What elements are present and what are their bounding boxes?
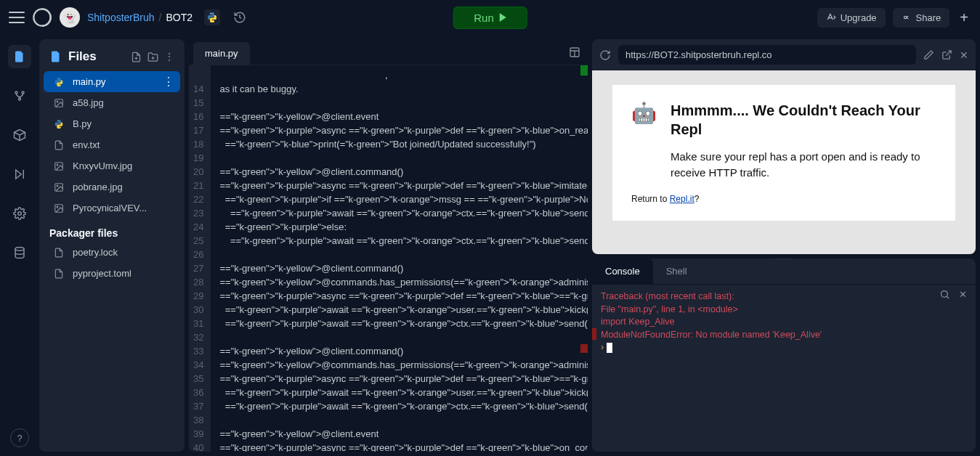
user-avatar[interactable]: 👻	[60, 7, 80, 28]
svg-point-1	[210, 13, 211, 14]
console-panel: Console Shell ✕ Traceback (most recent c…	[592, 258, 976, 452]
console-body[interactable]: ✕ Traceback (most recent call last): Fil…	[592, 285, 976, 452]
files-title: Files	[68, 49, 125, 64]
resize-nub[interactable]	[775, 258, 793, 259]
minimap[interactable]	[580, 65, 588, 452]
files-header-icon	[49, 50, 62, 63]
history-icon[interactable]	[233, 11, 246, 24]
file-more-icon[interactable]: ⋮	[163, 75, 174, 89]
svg-point-12	[57, 101, 58, 102]
file-item[interactable]: pobrane.jpg	[44, 176, 180, 198]
console-line: File "main.py", line 1, in <module>	[601, 304, 967, 317]
file-name: a58.jpg	[73, 97, 104, 108]
console-line: ModuleNotFoundError: No module named 'Ke…	[601, 329, 967, 342]
layout-icon[interactable]	[562, 42, 588, 62]
clear-console-icon[interactable]: ✕	[959, 289, 967, 302]
tab-shell[interactable]: Shell	[653, 258, 700, 284]
file-icon	[54, 161, 65, 171]
file-name: pobrane.jpg	[73, 182, 123, 192]
file-icon	[54, 119, 65, 129]
file-icon	[54, 98, 65, 108]
file-item[interactable]: env.txt	[44, 134, 180, 155]
replit-logo-icon[interactable]	[32, 7, 52, 28]
settings-icon[interactable]	[8, 202, 31, 225]
share-label: Share	[916, 12, 941, 23]
database-icon[interactable]	[8, 241, 31, 264]
file-name: main.py	[73, 76, 106, 87]
new-folder-icon[interactable]	[147, 52, 158, 62]
svg-point-4	[15, 91, 17, 94]
file-item[interactable]: pyproject.toml	[44, 263, 180, 284]
cursor	[607, 343, 612, 353]
file-name: B.py	[73, 118, 92, 129]
line-gutter: 1415161718192021222324252627282930313233…	[189, 65, 211, 452]
edit-url-icon[interactable]	[923, 49, 934, 60]
open-external-icon[interactable]	[941, 49, 952, 60]
file-name: poetry.lock	[73, 247, 118, 258]
replit-link[interactable]: Repl.it	[670, 194, 694, 204]
new-tab-icon[interactable]: +	[957, 9, 971, 26]
editor-tabs: main.py	[189, 39, 588, 65]
close-webview-icon[interactable]: ✕	[960, 49, 968, 61]
code-editor[interactable]: 1415161718192021222324252627282930313233…	[189, 65, 588, 452]
upgrade-button[interactable]: Upgrade	[817, 8, 886, 28]
new-file-icon[interactable]	[131, 52, 142, 62]
file-icon	[54, 77, 65, 87]
svg-point-16	[57, 185, 58, 187]
search-console-icon[interactable]	[939, 289, 950, 302]
webview-content: 🤖 Hmmmm.... We Couldn't Reach Your Repl …	[592, 70, 976, 254]
packages-icon[interactable]	[8, 123, 31, 147]
breadcrumb: ShitposterBruh / BOT2	[87, 12, 193, 23]
error-title: Hmmmm.... We Couldn't Reach Your Repl	[671, 101, 936, 139]
svg-point-3	[904, 16, 907, 19]
tab-console[interactable]: Console	[592, 258, 653, 284]
url-bar[interactable]: https://BOT2.shitposterbruh.repl.co	[618, 45, 916, 65]
run-label: Run	[474, 12, 494, 24]
file-item[interactable]: main.py⋮	[44, 71, 180, 92]
top-header: 👻 ShitposterBruh / BOT2 Run Upgrade Shar…	[0, 0, 980, 35]
file-item[interactable]: a58.jpg	[44, 92, 180, 113]
code-body[interactable]: ,as it can be buggy. =="k-green">"k-yell…	[211, 65, 588, 452]
reload-icon[interactable]	[599, 49, 611, 61]
help-icon[interactable]: ?	[10, 428, 29, 447]
console-tabs: Console Shell	[592, 258, 976, 285]
svg-point-5	[22, 91, 24, 94]
file-name: pyproject.toml	[73, 268, 131, 279]
upgrade-label: Upgrade	[841, 12, 877, 23]
files-rail-icon[interactable]	[8, 45, 31, 68]
files-panel: Files ⋮ main.py⋮a58.jpgB.pyenv.txtKnxyvU…	[39, 39, 185, 452]
repl-name[interactable]: BOT2	[166, 12, 193, 23]
files-more-icon[interactable]: ⋮	[164, 51, 174, 62]
svg-point-22	[941, 291, 948, 298]
menu-icon[interactable]	[9, 12, 25, 23]
file-name: env.txt	[73, 139, 100, 150]
owner-link[interactable]: ShitposterBruh	[87, 12, 155, 23]
packager-section-title: Packager files	[39, 219, 185, 242]
svg-point-10	[15, 248, 24, 251]
file-icon	[54, 182, 65, 192]
version-control-icon[interactable]	[8, 84, 31, 107]
file-icon	[54, 140, 65, 150]
file-item[interactable]: KnxyvUmv.jpg	[44, 155, 180, 176]
file-item[interactable]: PyrocynicalVEV...	[44, 198, 180, 219]
left-rail: ?	[0, 35, 39, 456]
editor-tab-main[interactable]: main.py	[193, 42, 250, 65]
file-item[interactable]: poetry.lock	[44, 242, 180, 263]
share-button[interactable]: Share	[893, 8, 950, 28]
play-icon	[500, 13, 506, 22]
svg-line-23	[947, 296, 949, 298]
return-line: Return to Repl.it?	[631, 194, 936, 205]
console-line: Traceback (most recent call last):	[601, 290, 967, 304]
run-button[interactable]: Run	[453, 7, 527, 29]
svg-marker-7	[16, 170, 22, 179]
console-line: import Keep_Alive	[601, 316, 967, 329]
svg-point-18	[57, 206, 58, 208]
editor-panel: main.py 14151617181920212223242526272829…	[189, 39, 588, 452]
file-name: KnxyvUmv.jpg	[73, 160, 132, 171]
file-item[interactable]: B.py	[44, 113, 180, 134]
robot-icon: 🤖	[631, 101, 657, 125]
python-lang-icon	[204, 9, 220, 25]
svg-point-14	[57, 164, 58, 166]
error-body: Make sure your repl has a port open and …	[671, 149, 936, 181]
debugger-icon[interactable]	[8, 163, 31, 186]
